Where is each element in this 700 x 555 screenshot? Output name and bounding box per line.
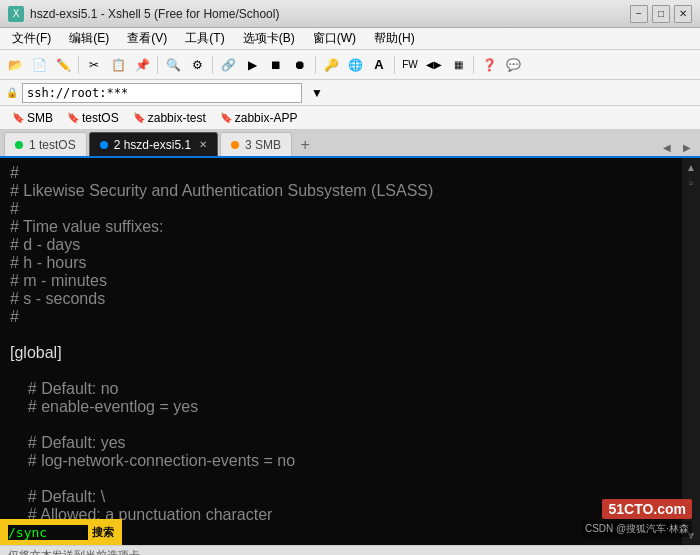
- tab-prev-button[interactable]: ◀: [658, 138, 676, 156]
- bookmarks-bar: 🔖 SMB 🔖 testOS 🔖 zabbix-test 🔖 zabbix-AP…: [0, 106, 700, 130]
- tb-search-button[interactable]: 🔍: [162, 54, 184, 76]
- term-line-16: # Default: yes: [10, 434, 672, 452]
- tb-paste-button[interactable]: 📌: [131, 54, 153, 76]
- bookmark-icon-4: 🔖: [220, 112, 232, 123]
- tb-sep1: [78, 56, 79, 74]
- tb-chat-button[interactable]: 💬: [502, 54, 524, 76]
- bookmark-zabbix-test[interactable]: 🔖 zabbix-test: [127, 109, 212, 127]
- menu-edit[interactable]: 编辑(E): [61, 28, 117, 49]
- term-line-18: [10, 470, 672, 488]
- terminal[interactable]: # # Likewise Security and Authentication…: [0, 158, 682, 545]
- title-bar: X hszd-exsi5.1 - Xshell 5 (Free for Home…: [0, 0, 700, 28]
- term-line-5: # d - days: [10, 236, 672, 254]
- bookmark-zabbix-app-label: zabbix-APP: [235, 111, 298, 125]
- address-go-button[interactable]: ▼: [306, 82, 328, 104]
- bookmark-zabbix-app[interactable]: 🔖 zabbix-APP: [214, 109, 304, 127]
- term-line-2: # Likewise Security and Authentication S…: [10, 182, 672, 200]
- tb-fw1-button[interactable]: FW: [399, 54, 421, 76]
- tb-stop-button[interactable]: ⏹: [265, 54, 287, 76]
- tb-help-button[interactable]: ❓: [478, 54, 500, 76]
- menu-help[interactable]: 帮助(H): [366, 28, 423, 49]
- tb-settings-button[interactable]: ⚙: [186, 54, 208, 76]
- term-line-3: #: [10, 200, 672, 218]
- bookmark-zabbix-test-label: zabbix-test: [148, 111, 206, 125]
- tab-2-close[interactable]: ✕: [199, 139, 207, 150]
- toolbar: 📂 📄 ✏️ ✂ 📋 📌 🔍 ⚙ 🔗 ▶ ⏹ ⏺ 🔑 🌐 A FW ◀▶ ▦ ❓…: [0, 50, 700, 80]
- maximize-button[interactable]: □: [652, 5, 670, 23]
- lock-icon: 🔒: [6, 87, 18, 98]
- tab-3-smb[interactable]: 3 SMB: [220, 132, 292, 156]
- tb-play-button[interactable]: ▶: [241, 54, 263, 76]
- menu-tools[interactable]: 工具(T): [177, 28, 232, 49]
- tb-open-button[interactable]: 📄: [28, 54, 50, 76]
- bookmark-smb[interactable]: 🔖 SMB: [6, 109, 59, 127]
- term-line-4: # Time value suffixes:: [10, 218, 672, 236]
- terminal-sidebar: ▲ a ▼: [682, 158, 700, 545]
- bookmark-icon-2: 🔖: [67, 112, 79, 123]
- tb-globe-button[interactable]: 🌐: [344, 54, 366, 76]
- tab-3-dot: [231, 141, 239, 149]
- tb-sep5: [394, 56, 395, 74]
- tabs-bar: 1 testOS 2 hszd-exsi5.1 ✕ 3 SMB + ◀ ▶: [0, 130, 700, 158]
- menu-tabs[interactable]: 选项卡(B): [235, 28, 303, 49]
- app-icon: X: [8, 6, 24, 22]
- menu-file[interactable]: 文件(F): [4, 28, 59, 49]
- bookmark-icon-3: 🔖: [133, 112, 145, 123]
- menu-view[interactable]: 查看(V): [119, 28, 175, 49]
- bookmark-testos[interactable]: 🔖 testOS: [61, 109, 125, 127]
- term-line-global: [global]: [10, 344, 672, 362]
- tab-next-button[interactable]: ▶: [678, 138, 696, 156]
- address-input[interactable]: [22, 83, 302, 103]
- tab-2-dot: [100, 141, 108, 149]
- tb-sep4: [315, 56, 316, 74]
- term-line-1: #: [10, 164, 672, 182]
- tab-2-hszd[interactable]: 2 hszd-exsi5.1 ✕: [89, 132, 218, 156]
- tb-cut-button[interactable]: ✂: [83, 54, 105, 76]
- term-line-19: # Default: \: [10, 488, 672, 506]
- menu-window[interactable]: 窗口(W): [305, 28, 364, 49]
- bookmark-icon: 🔖: [12, 112, 24, 123]
- term-line-8: # s - seconds: [10, 290, 672, 308]
- tab-1-dot: [15, 141, 23, 149]
- tb-sep2: [157, 56, 158, 74]
- watermark-logo: 51CTO.com: [602, 499, 682, 519]
- tb-a-button[interactable]: A: [368, 54, 390, 76]
- sidebar-btn-1[interactable]: ▲: [686, 162, 696, 173]
- tab-1-testos[interactable]: 1 testOS: [4, 132, 87, 156]
- search-input[interactable]: [8, 525, 88, 540]
- tab-add-button[interactable]: +: [294, 134, 316, 156]
- term-line-13: # Default: no: [10, 380, 672, 398]
- tb-sep6: [473, 56, 474, 74]
- term-line-14: # enable-eventlog = yes: [10, 398, 672, 416]
- bookmark-smb-label: SMB: [27, 111, 53, 125]
- tab-3-label: 3 SMB: [245, 138, 281, 152]
- minimize-button[interactable]: −: [630, 5, 648, 23]
- search-bar: 搜索: [0, 519, 122, 545]
- tb-key-button[interactable]: 🔑: [320, 54, 342, 76]
- search-label: 搜索: [92, 525, 114, 540]
- term-line-12: [10, 362, 672, 380]
- tab-2-label: 2 hszd-exsi5.1: [114, 138, 191, 152]
- window-controls: − □ ✕: [630, 5, 692, 23]
- tb-save-button[interactable]: ✏️: [52, 54, 74, 76]
- tab-1-label: 1 testOS: [29, 138, 76, 152]
- menu-bar: 文件(F) 编辑(E) 查看(V) 工具(T) 选项卡(B) 窗口(W) 帮助(…: [0, 28, 700, 50]
- tb-fw2-button[interactable]: ◀▶: [423, 54, 445, 76]
- tb-record-button[interactable]: ⏺: [289, 54, 311, 76]
- tb-sep3: [212, 56, 213, 74]
- tb-new-button[interactable]: 📂: [4, 54, 26, 76]
- watermark-text: CSDN @搜狐汽车·林森: [582, 521, 682, 537]
- term-line-10: [10, 326, 672, 344]
- terminal-wrapper: # # Likewise Security and Authentication…: [0, 158, 700, 545]
- close-button[interactable]: ✕: [674, 5, 692, 23]
- term-line-6: # h - hours: [10, 254, 672, 272]
- tb-fw3-button[interactable]: ▦: [447, 54, 469, 76]
- bookmark-testos-label: testOS: [82, 111, 119, 125]
- tb-connect-button[interactable]: 🔗: [217, 54, 239, 76]
- address-bar: 🔒 ▼: [0, 80, 700, 106]
- sidebar-label: a: [687, 181, 696, 185]
- term-line-17: # log-network-connection-events = no: [10, 452, 672, 470]
- term-line-7: # m - minutes: [10, 272, 672, 290]
- tb-copy-button[interactable]: 📋: [107, 54, 129, 76]
- status-bar: 仅将文本发送到当前选项卡: [0, 545, 700, 555]
